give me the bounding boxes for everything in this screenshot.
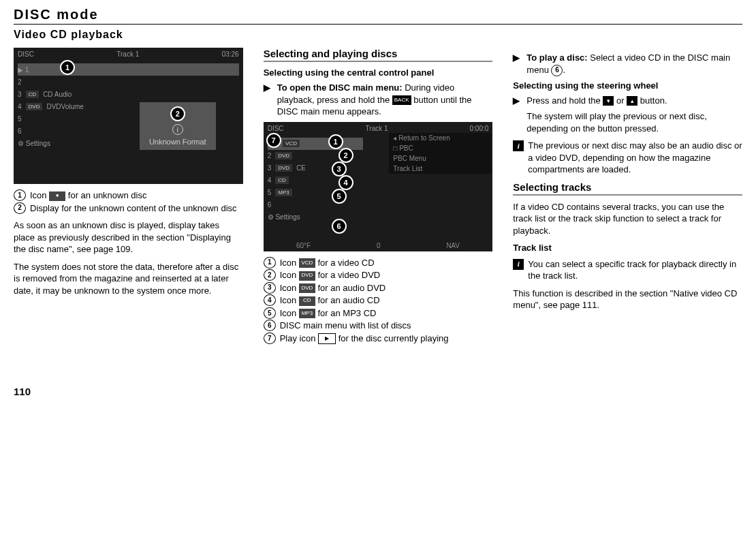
screen2-row-3: 3 DVD CE xyxy=(268,162,363,174)
paragraph-3: If a video CD contains several tracks, y… xyxy=(513,201,742,237)
subtitle: Video CD playback xyxy=(14,29,742,41)
step-arrow-icon-3b: ▶ xyxy=(513,95,521,135)
info-note-1: i The previous or next disc may also be … xyxy=(513,140,742,176)
submenu-pbc-menu: PBC Menu xyxy=(389,153,491,164)
cap2-text-2: Icon DVD for a video DVD xyxy=(280,269,381,281)
submenu-pbc: □ PBC xyxy=(389,143,491,153)
step-text-1: To open the DISC main menu: During video… xyxy=(277,82,493,118)
screen2-row-6: 6 xyxy=(268,199,363,211)
sub-heading-central-panel: Selecting using the central control pane… xyxy=(264,67,493,78)
unknown-format-text: Unknown Format xyxy=(149,138,206,146)
cap2-num-5: 5 xyxy=(264,307,276,319)
paragraph-1: As soon as an unknown disc is played, di… xyxy=(14,219,243,256)
info-text-2: You can select a specific track for play… xyxy=(528,258,742,282)
callout-1-badge: 1 xyxy=(60,60,75,75)
mp3-cd-icon: MP3 xyxy=(299,309,315,318)
callout-3-badge: 3 xyxy=(332,161,347,176)
screen-label-disc: DISC xyxy=(18,50,34,58)
column-1: DISC Track 1 03:26 ▶ 1 2 3 CD CD Audio 4… xyxy=(14,48,243,345)
content-columns: DISC Track 1 03:26 ▶ 1 2 3 CD CD Audio 4… xyxy=(14,48,742,345)
callout-7-badge: 7 xyxy=(266,133,281,148)
step-arrow-icon-3a: ▶ xyxy=(513,52,521,76)
title-rule xyxy=(14,24,742,25)
callout-2b-badge: 2 xyxy=(338,148,353,163)
screen2-label-time: 0:00:0 xyxy=(470,125,489,132)
callout-6-badge: 6 xyxy=(332,219,347,234)
play-icon: ▶ xyxy=(318,333,336,344)
caption-num-2: 2 xyxy=(14,202,26,214)
screen-top-bar: DISC Track 1 03:26 xyxy=(14,48,243,61)
cap2-num-7: 7 xyxy=(264,333,276,344)
callout-1b-badge: 1 xyxy=(328,134,343,149)
submenu-track-list: Track List xyxy=(389,164,491,174)
screen2-row-settings: ⚙ Settings xyxy=(268,211,363,224)
paragraph-2: The system does not store the data, ther… xyxy=(14,261,243,297)
step-play-disc: ▶ To play a disc: Select a video CD in t… xyxy=(513,52,742,76)
cap2-text-1: Icon VCD for a video CD xyxy=(280,257,375,269)
callout-4-badge: 4 xyxy=(338,175,353,190)
cap2-text-3: Icon DVD for an audio DVD xyxy=(280,282,386,294)
back-button-icon: BACK xyxy=(392,95,411,105)
caption-text-1: Icon ● for an unknown disc xyxy=(30,189,146,202)
screen2-temp: 60°F xyxy=(296,242,311,249)
screen-bottom-bar xyxy=(14,172,243,184)
info-text-1: The previous or next disc may also be an… xyxy=(528,140,742,176)
sub-heading-steering-wheel: Selecting using the steering wheel xyxy=(513,80,742,91)
up-button-icon: ▴ xyxy=(627,96,637,106)
video-dvd-icon: DVD xyxy=(299,271,315,281)
step-steering-wheel: ▶ Press and hold the ▾ or ▴ button. The … xyxy=(513,95,742,135)
unknown-format-panel: 2 i Unknown Format xyxy=(140,102,216,150)
info-icon-2: i xyxy=(513,259,524,270)
column-3: ▶ To play a disc: Select a video CD in t… xyxy=(513,48,742,345)
section-underline-2 xyxy=(513,194,742,196)
screen-row-2: 2 xyxy=(18,76,239,88)
submenu-return: ◂ Return to Screen xyxy=(389,133,491,143)
screen-row-3: 3 CD CD Audio xyxy=(18,88,239,100)
callout-5-badge: 5 xyxy=(332,189,347,204)
page-title: DISC mode xyxy=(14,7,742,22)
column-2: Selecting and playing discs Selecting us… xyxy=(264,48,493,345)
caption-num-1: 1 xyxy=(14,189,26,201)
callout-2-badge: 2 xyxy=(170,106,185,121)
step-arrow-icon: ▶ xyxy=(264,82,272,118)
audio-dvd-icon: DVD xyxy=(299,283,315,293)
caption-list-1: 1 Icon ● for an unknown disc 2 Display f… xyxy=(14,189,243,214)
page-number: 110 xyxy=(14,386,742,397)
screen2-bottom-bar: 60°F 0 NAV xyxy=(264,240,493,251)
screen2-nav: NAV xyxy=(446,242,460,249)
screen-row-1: ▶ 1 xyxy=(18,63,239,76)
screenshot-disc-main-menu: DISC Track 1 0:00:0 ▶ 1 VCD 2 DVD 3 DVD … xyxy=(264,122,493,251)
step-text-play-disc: To play a disc: Select a video CD in the… xyxy=(526,52,742,76)
screen-label-time: 03:26 xyxy=(222,50,239,58)
vcd-icon: VCD xyxy=(299,258,315,268)
step-open-disc-menu: ▶ To open the DISC main menu: During vid… xyxy=(264,82,493,118)
screenshot-unknown-disc: DISC Track 1 03:26 ▶ 1 2 3 CD CD Audio 4… xyxy=(14,48,243,184)
audio-cd-icon: CD xyxy=(299,296,315,306)
screen2-label-disc: DISC xyxy=(268,125,284,132)
cap2-num-6: 6 xyxy=(264,320,276,331)
paragraph-4: This function is described in the sectio… xyxy=(513,288,742,311)
ref-6-badge: 6 xyxy=(551,65,563,76)
cap2-num-1: 1 xyxy=(264,257,276,268)
info-icon-1: i xyxy=(513,140,524,151)
screen2-submenu: ◂ Return to Screen □ PBC PBC Menu Track … xyxy=(389,133,491,174)
screen2-zero: 0 xyxy=(377,242,381,249)
cap2-text-7: Play icon ▶ for the disc currently playi… xyxy=(280,333,449,345)
cap2-text-6: DISC main menu with list of discs xyxy=(280,320,411,332)
cap2-num-4: 4 xyxy=(264,294,276,306)
section-underline-1 xyxy=(264,61,493,62)
unknown-disc-icon: ● xyxy=(49,191,65,201)
cap2-num-3: 3 xyxy=(264,282,276,294)
screen2-label-track: Track 1 xyxy=(366,125,388,132)
section-heading-selecting-tracks: Selecting tracks xyxy=(513,181,742,193)
sub-heading-track-list: Track list xyxy=(513,243,742,253)
cap2-text-5: Icon MP3 for an MP3 CD xyxy=(280,307,377,320)
cap2-text-4: Icon CD for an audio CD xyxy=(280,294,380,307)
section-heading-selecting-playing: Selecting and playing discs xyxy=(264,48,493,59)
caption-text-2: Display for the unknown content of the u… xyxy=(30,202,237,215)
caption-list-2: 1Icon VCD for a video CD 2Icon DVD for a… xyxy=(264,257,493,345)
screen-label-track: Track 1 xyxy=(116,50,139,58)
info-note-2: i You can select a specific track for pl… xyxy=(513,258,742,282)
step-text-steering-wheel: Press and hold the ▾ or ▴ button. The sy… xyxy=(526,95,742,135)
down-button-icon: ▾ xyxy=(603,96,614,106)
